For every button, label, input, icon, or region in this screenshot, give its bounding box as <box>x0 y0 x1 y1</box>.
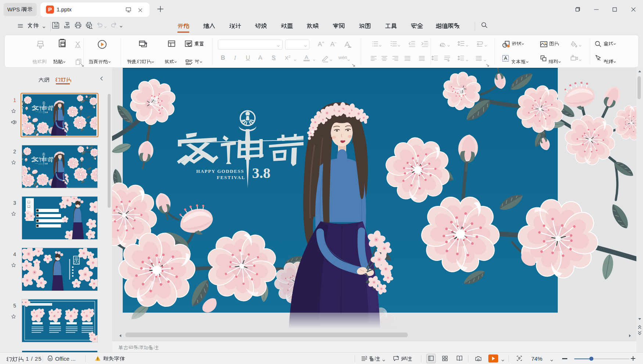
svg-text:□: □ <box>28 204 30 208</box>
svg-text:□: □ <box>28 200 30 204</box>
